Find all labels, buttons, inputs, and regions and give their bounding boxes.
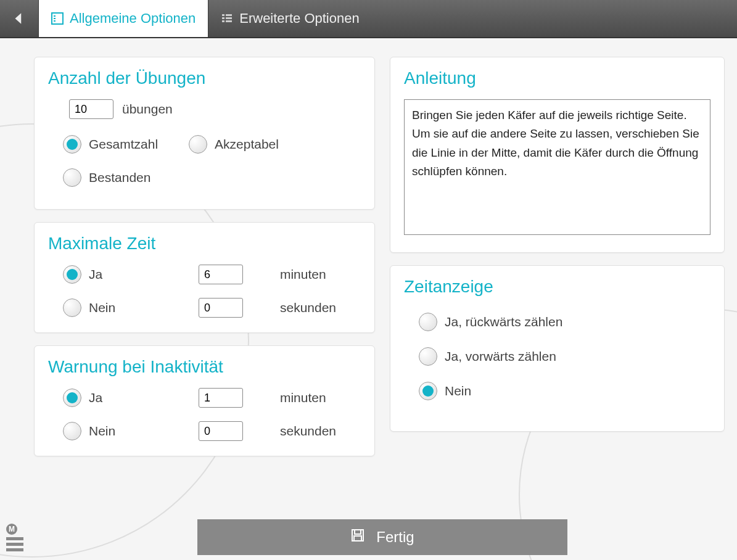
save-icon	[350, 528, 365, 546]
radio-maxtime-yes-label: Ja	[89, 267, 102, 282]
radio-time-countdown[interactable]	[419, 313, 437, 331]
radio-maxtime-no-label: Nein	[89, 300, 115, 315]
done-label: Fertig	[376, 529, 414, 546]
radio-time-no-label: Nein	[445, 384, 471, 398]
radio-inactivity-no-label: Nein	[89, 424, 115, 439]
radio-time-countdown-label: Ja, rückwärts zählen	[445, 315, 562, 329]
svg-rect-8	[222, 20, 224, 22]
done-button[interactable]: Fertig	[197, 519, 567, 555]
exercise-count-label: übungen	[122, 102, 173, 117]
card-inactivity-warning: Warnung bei Inaktivität Ja minuten Nein …	[34, 345, 375, 456]
radio-total-label: Gesamtzahl	[89, 137, 158, 152]
svg-rect-6	[222, 17, 224, 19]
svg-rect-11	[355, 530, 361, 534]
card-time-display: Zeitanzeige Ja, rückwärts zählen Ja, vor…	[390, 265, 725, 432]
hamburger-menu[interactable]: M	[6, 524, 25, 554]
m-badge-icon: M	[6, 524, 17, 535]
radio-acceptable[interactable]	[189, 135, 207, 154]
inactivity-minutes-label: minuten	[280, 390, 361, 405]
instructions-title: Anleitung	[404, 68, 710, 88]
instructions-textarea[interactable]	[404, 99, 710, 235]
radio-time-countup-label: Ja, vorwärts zählen	[445, 349, 556, 364]
menu-bar-icon	[6, 537, 23, 540]
svg-rect-0	[52, 13, 63, 24]
inactivity-seconds-label: sekunden	[280, 424, 361, 439]
card-max-time: Maximale Zeit Ja minuten Nein sekunden	[34, 222, 375, 333]
svg-rect-7	[226, 17, 232, 19]
list-icon	[51, 12, 64, 25]
list-dense-icon	[221, 12, 233, 25]
menu-bar-icon	[6, 548, 23, 551]
time-display-title: Zeitanzeige	[404, 277, 710, 297]
tab-advanced-label: Erweiterte Optionen	[239, 10, 359, 27]
back-arrow-icon	[11, 10, 27, 27]
svg-rect-12	[354, 536, 361, 541]
radio-inactivity-yes[interactable]	[63, 389, 81, 407]
exercise-count-title: Anzahl der Übungen	[48, 68, 361, 88]
svg-rect-5	[226, 14, 232, 16]
svg-rect-1	[54, 15, 56, 17]
menu-bar-icon	[6, 543, 23, 546]
maxtime-seconds-label: sekunden	[280, 300, 361, 315]
radio-maxtime-no[interactable]	[63, 299, 81, 317]
tab-general-label: Allgemeine Optionen	[70, 10, 196, 27]
maxtime-minutes-label: minuten	[280, 267, 361, 282]
radio-maxtime-yes[interactable]	[63, 265, 81, 284]
radio-time-no[interactable]	[419, 382, 437, 400]
radio-passed-label: Bestanden	[89, 170, 150, 185]
back-button[interactable]	[0, 0, 38, 37]
radio-total[interactable]	[63, 135, 81, 154]
tab-advanced-options[interactable]: Erweiterte Optionen	[208, 0, 371, 37]
inactivity-seconds-input[interactable]	[199, 421, 243, 441]
svg-rect-9	[226, 20, 232, 22]
radio-inactivity-yes-label: Ja	[89, 390, 102, 405]
card-exercise-count: Anzahl der Übungen übungen Gesamtzahl Ak…	[34, 57, 375, 210]
maxtime-seconds-input[interactable]	[199, 298, 243, 318]
radio-time-countup[interactable]	[419, 347, 437, 366]
maxtime-minutes-input[interactable]	[199, 265, 243, 284]
exercise-count-input[interactable]	[69, 99, 113, 119]
radio-passed[interactable]	[63, 168, 81, 187]
content-area: Anzahl der Übungen übungen Gesamtzahl Ak…	[0, 38, 737, 469]
svg-rect-3	[54, 20, 56, 22]
top-bar: Allgemeine Optionen Erweiterte Optionen	[0, 0, 737, 38]
max-time-title: Maximale Zeit	[48, 234, 361, 253]
inactivity-minutes-input[interactable]	[199, 388, 243, 408]
svg-rect-2	[54, 18, 56, 19]
svg-rect-4	[222, 14, 224, 16]
tab-general-options[interactable]: Allgemeine Optionen	[38, 0, 208, 37]
radio-acceptable-label: Akzeptabel	[215, 137, 279, 152]
card-instructions: Anleitung	[390, 57, 725, 253]
radio-inactivity-no[interactable]	[63, 422, 81, 440]
inactivity-title: Warnung bei Inaktivität	[48, 357, 361, 377]
